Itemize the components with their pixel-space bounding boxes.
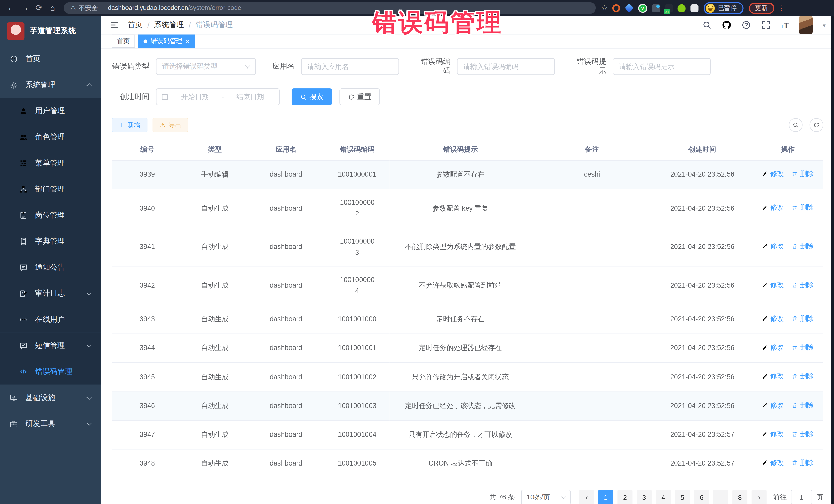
time-cell: 2021-04-20 23:52:56 bbox=[653, 189, 752, 227]
id-cell: 3942 bbox=[112, 266, 183, 305]
prev-page-button[interactable]: ‹ bbox=[579, 490, 594, 504]
error-code-input[interactable] bbox=[457, 58, 554, 75]
browser-back-icon[interactable]: ← bbox=[4, 0, 18, 16]
edit-link[interactable]: 修改 bbox=[762, 457, 784, 468]
edit-link[interactable]: 修改 bbox=[762, 342, 784, 353]
sidebar-item-online[interactable]: 在线用户 bbox=[0, 306, 101, 333]
bookmark-star-icon[interactable]: ☆ bbox=[601, 4, 608, 12]
export-button[interactable]: 导出 bbox=[153, 117, 188, 132]
delete-link-label: 删除 bbox=[800, 342, 814, 353]
sidebar-item-notice[interactable]: 通知公告 bbox=[0, 254, 101, 281]
sidebar-item-users[interactable]: 角色管理 bbox=[0, 124, 101, 150]
app-name-input[interactable] bbox=[301, 58, 399, 75]
close-tab-icon[interactable]: × bbox=[185, 38, 190, 44]
page-size-select[interactable]: 10条/页 bbox=[521, 490, 571, 504]
hint-cell: 不允许获取敏感配置到前端 bbox=[389, 266, 532, 305]
extensions-puzzle-icon[interactable] bbox=[690, 4, 698, 12]
edit-link[interactable]: 修改 bbox=[762, 169, 784, 180]
plus-icon bbox=[118, 122, 125, 128]
window-scrollbar[interactable] bbox=[831, 16, 834, 504]
page-button-5[interactable]: 5 bbox=[675, 490, 690, 504]
delete-link[interactable]: 删除 bbox=[791, 169, 814, 180]
next-page-button[interactable]: › bbox=[752, 490, 767, 504]
extension-icon-grid[interactable] bbox=[652, 4, 660, 12]
page-button-6[interactable]: 6 bbox=[694, 490, 709, 504]
hamburger-icon[interactable] bbox=[110, 20, 119, 30]
sidebar-item-post[interactable]: 岗位管理 bbox=[0, 202, 101, 228]
add-button[interactable]: 新增 bbox=[112, 117, 147, 132]
page-button-2[interactable]: 2 bbox=[617, 490, 632, 504]
user-avatar[interactable] bbox=[799, 16, 813, 34]
delete-link[interactable]: 删除 bbox=[791, 241, 814, 252]
edit-link-label: 修改 bbox=[770, 280, 784, 290]
breadcrumb-item[interactable]: 首页 bbox=[128, 20, 142, 30]
sidebar-item-org[interactable]: 部门管理 bbox=[0, 176, 101, 202]
goto-page-input[interactable] bbox=[791, 490, 812, 504]
sidebar-item-tool[interactable]: 研发工具 bbox=[0, 411, 101, 437]
reset-button[interactable]: 重置 bbox=[339, 88, 380, 105]
extension-icon-vue-devtools[interactable]: V bbox=[638, 3, 647, 12]
delete-link[interactable]: 删除 bbox=[791, 400, 814, 411]
search-button[interactable]: 搜索 bbox=[291, 88, 332, 105]
browser-menu-kebab-icon[interactable]: ⋮ bbox=[778, 4, 785, 12]
sidebar-item-log[interactable]: 审计日志 bbox=[0, 280, 101, 306]
extension-icon-green[interactable] bbox=[678, 4, 685, 12]
page-button-4[interactable]: 4 bbox=[656, 490, 671, 504]
sms-icon bbox=[19, 341, 28, 350]
edit-link[interactable]: 修改 bbox=[762, 280, 784, 290]
page-button-8[interactable]: 8 bbox=[732, 490, 747, 504]
tab-active[interactable]: 错误码管理× bbox=[138, 35, 195, 48]
delete-link[interactable]: 删除 bbox=[791, 457, 814, 468]
error-hint-input[interactable] bbox=[613, 58, 710, 75]
edit-link[interactable]: 修改 bbox=[762, 429, 784, 440]
sidebar-item-code[interactable]: 错误码管理 bbox=[0, 358, 101, 385]
docs-help-icon[interactable] bbox=[741, 20, 751, 30]
error-type-select[interactable]: 请选择错误码类型 bbox=[156, 58, 256, 75]
extension-icon-ring[interactable] bbox=[612, 4, 620, 12]
delete-link[interactable]: 删除 bbox=[791, 313, 814, 324]
breadcrumb-item[interactable]: 系统管理 bbox=[154, 20, 184, 30]
delete-link[interactable]: 删除 bbox=[791, 429, 814, 440]
time-cell: 2021-04-20 23:52:57 bbox=[653, 449, 752, 478]
delete-link[interactable]: 删除 bbox=[791, 202, 814, 213]
fullscreen-icon[interactable] bbox=[761, 20, 770, 30]
browser-forward-icon[interactable]: → bbox=[18, 0, 32, 16]
sidebar-item-menu[interactable]: 菜单管理 bbox=[0, 150, 101, 176]
show-search-toggle-button[interactable] bbox=[789, 118, 803, 132]
edit-link[interactable]: 修改 bbox=[762, 400, 784, 411]
sidebar-item-user[interactable]: 用户管理 bbox=[0, 98, 101, 124]
sidebar-item-sms[interactable]: 短信管理 bbox=[0, 332, 101, 358]
profile-paused-badge[interactable]: 已暂停 bbox=[703, 2, 743, 14]
pager-ellipsis: ··· bbox=[713, 490, 728, 504]
browser-update-button[interactable]: 更新 bbox=[749, 2, 774, 14]
address-bar[interactable]: ⚠ 不安全 dashboard.yudao.iocoder.cn/system/… bbox=[64, 2, 596, 14]
filter-error-hint: 错误码提示 bbox=[571, 57, 710, 76]
avatar-caret-down-icon[interactable]: ▾ bbox=[823, 22, 825, 28]
delete-link[interactable]: 删除 bbox=[791, 371, 814, 382]
extension-icon-gem[interactable] bbox=[624, 4, 634, 13]
extension-icon-proxy-on[interactable] bbox=[665, 4, 673, 12]
sidebar-item-label: 研发工具 bbox=[25, 419, 55, 428]
delete-link[interactable]: 删除 bbox=[791, 280, 814, 290]
font-size-icon[interactable]: TT bbox=[781, 21, 789, 29]
edit-link[interactable]: 修改 bbox=[762, 202, 784, 213]
edit-link[interactable]: 修改 bbox=[762, 241, 784, 252]
sidebar-item-label: 用户管理 bbox=[35, 106, 65, 116]
date-range-picker[interactable]: 开始日期 - 结束日期 bbox=[156, 88, 280, 105]
page-button-1[interactable]: 1 bbox=[598, 490, 613, 504]
delete-link[interactable]: 删除 bbox=[791, 342, 814, 353]
edit-link-label: 修改 bbox=[770, 241, 784, 252]
sidebar-item-dashboard[interactable]: 首页 bbox=[0, 46, 101, 72]
edit-link[interactable]: 修改 bbox=[762, 313, 784, 324]
github-icon[interactable] bbox=[722, 20, 731, 30]
page-button-3[interactable]: 3 bbox=[637, 490, 652, 504]
header-search-icon[interactable] bbox=[702, 20, 711, 30]
edit-link[interactable]: 修改 bbox=[762, 371, 784, 382]
tab-0[interactable]: 首页 bbox=[112, 35, 135, 48]
browser-reload-icon[interactable]: ⟳ bbox=[32, 0, 46, 16]
sidebar-item-dict[interactable]: 字典管理 bbox=[0, 228, 101, 254]
browser-home-icon[interactable]: ⌂ bbox=[46, 0, 60, 16]
sidebar-item-monitor[interactable]: 基础设施 bbox=[0, 385, 101, 411]
refresh-table-button[interactable] bbox=[810, 118, 824, 132]
sidebar-item-gear[interactable]: 系统管理 bbox=[0, 72, 101, 98]
